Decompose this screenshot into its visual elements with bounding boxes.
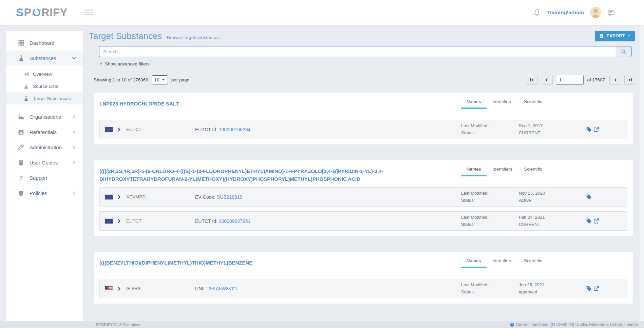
- sidebar-item-label: Administration: [30, 144, 62, 150]
- page-total-label: of 17607: [587, 77, 605, 82]
- external-link-icon[interactable]: [593, 218, 599, 224]
- status-label: Status:: [461, 197, 519, 204]
- chat-icon[interactable]: [607, 9, 615, 16]
- info-icon: [510, 323, 514, 327]
- previous-page-button[interactable]: [541, 75, 553, 85]
- tab-scientific[interactable]: Scientific: [518, 163, 548, 176]
- tag-icon[interactable]: [586, 194, 592, 200]
- tab-names[interactable]: Names: [461, 255, 487, 268]
- logo-text-rest: RIFY: [41, 7, 68, 18]
- sidebar-item-dashboard[interactable]: Dashboard: [6, 35, 83, 51]
- tab-names[interactable]: Names: [461, 163, 487, 176]
- card-tabs: Names Identifiers Scientific: [461, 255, 548, 268]
- card-tabs: Names Identifiers Scientific: [461, 163, 548, 176]
- sidebar-item-support[interactable]: ? Support: [6, 170, 83, 186]
- sidebar-item-user-guides[interactable]: User Guides: [6, 155, 83, 170]
- tag-icon[interactable]: [586, 218, 592, 224]
- source-system-label: EUTCT: [126, 218, 195, 224]
- substance-name-link[interactable]: ((((BENZYLTHIO)(DIPHENYL)METHYL)THIO)MET…: [99, 257, 412, 267]
- chevron-left-icon: [72, 145, 76, 150]
- sidebar-item-label: User Guides: [30, 160, 58, 166]
- wrench-icon: [18, 144, 24, 151]
- tab-identifiers[interactable]: Identifiers: [487, 96, 518, 109]
- row-meta: Last Modified: Status: Sep 1, 2017 CURRE…: [461, 122, 586, 137]
- tab-scientific[interactable]: Scientific: [518, 96, 548, 109]
- identifier-cell: UNII: 25KA5W8VGL: [195, 286, 461, 291]
- sidebar-toggle-button[interactable]: [84, 7, 94, 18]
- page-number-input[interactable]: [556, 75, 584, 85]
- timezone-info: Current Timezone: (UTC+00:00) Dublin, Ed…: [510, 322, 638, 327]
- notifications-bell-icon[interactable]: [533, 9, 541, 16]
- sidebar-item-policies[interactable]: Policies: [6, 186, 83, 201]
- sidebar-item-substances[interactable]: Substances: [6, 51, 83, 66]
- expand-chevron-icon[interactable]: [117, 127, 121, 132]
- sidebar-item-label: Target Substances: [33, 96, 71, 101]
- shield-icon: [18, 190, 24, 196]
- status-value: CURRENT: [519, 221, 586, 228]
- last-modified-value: Nov 25, 2020: [519, 190, 586, 197]
- eu-flag-icon: [105, 219, 113, 224]
- next-page-button[interactable]: [609, 75, 621, 85]
- search-input[interactable]: [99, 46, 616, 57]
- expand-chevron-icon[interactable]: [117, 219, 121, 224]
- substance-card: (((((2R,3S,4R,5R)-5-(6-CHLORO-4-(((S)-1-…: [94, 160, 633, 236]
- chevron-left-icon: [72, 130, 76, 134]
- card-tabs: Names Identifiers Scientific: [461, 96, 548, 109]
- row-actions: [586, 286, 602, 291]
- row-actions: [586, 127, 602, 132]
- sidebar-item-source-lists[interactable]: Source Lists: [6, 80, 83, 92]
- chevron-left-icon: [72, 115, 76, 119]
- identifier-link[interactable]: 300000027951: [219, 218, 250, 224]
- app-version: SPORIFY 21.3 Enterprise: [96, 323, 140, 327]
- identifier-link[interactable]: 25KA5W8VGL: [207, 286, 238, 291]
- external-link-icon[interactable]: [593, 127, 599, 132]
- sidebar-item-administration[interactable]: Administration: [6, 140, 83, 155]
- tag-icon[interactable]: [586, 286, 592, 291]
- factory-icon: [18, 114, 24, 120]
- app-logo: S P RIFY: [16, 7, 68, 18]
- first-page-button[interactable]: [526, 75, 538, 85]
- user-menu[interactable]: Training\admin: [547, 9, 584, 16]
- advanced-filters-toggle[interactable]: Show advanced filters: [99, 61, 150, 66]
- substance-name-link[interactable]: (((((2R,3S,4R,5R)-5-(6-CHLORO-4-(((S)-1-…: [99, 166, 412, 183]
- sidebar-item-overview[interactable]: Overview: [6, 68, 83, 80]
- source-system-label: G-SRS: [126, 286, 195, 291]
- substance-name-link[interactable]: LNP023 HYDROCHLORIDE SALT: [99, 98, 412, 108]
- logo-text-p: P: [24, 7, 32, 18]
- row-meta: Last Modified: Status: Jun 26, 2021 appr…: [461, 282, 586, 296]
- book-icon: [18, 160, 24, 166]
- chevron-left-icon: [72, 191, 76, 195]
- identifier-link[interactable]: 100000166284: [219, 127, 250, 132]
- footer: SPORIFY 21.3 Enterprise Current Timezone…: [0, 321, 644, 328]
- tab-names[interactable]: Names: [461, 96, 487, 109]
- last-modified-label: Last Modified:: [461, 190, 519, 197]
- flask-icon: [18, 55, 24, 61]
- caret-down-icon: [162, 78, 165, 82]
- expand-chevron-icon[interactable]: [117, 195, 121, 199]
- export-button[interactable]: EXPORT: [595, 31, 635, 41]
- tab-identifiers[interactable]: Identifiers: [487, 163, 518, 176]
- row-meta: Last Modified: Status: Feb 24, 2021 CURR…: [461, 214, 586, 228]
- identifier-cell: EUTCT Id: 300000027951: [195, 218, 461, 224]
- external-link-icon[interactable]: [593, 286, 599, 291]
- expand-chevron-icon[interactable]: [117, 286, 121, 291]
- question-icon: ?: [18, 175, 24, 181]
- tab-identifiers[interactable]: Identifiers: [487, 255, 518, 268]
- search-icon: [621, 49, 627, 55]
- status-value: CURRENT: [519, 130, 586, 137]
- sidebar-item-organisations[interactable]: Organisations: [6, 109, 83, 124]
- tab-scientific[interactable]: Scientific: [518, 255, 548, 268]
- source-system-label: EUTCT: [126, 127, 195, 132]
- scrollbar-track[interactable]: [640, 25, 644, 321]
- sidebar-item-target-substances[interactable]: Target Substances: [6, 92, 83, 104]
- sidebar-item-referentials[interactable]: Referentials: [6, 124, 83, 140]
- sidebar-item-label: Organisations: [30, 114, 61, 120]
- identifier-link[interactable]: SUB218819: [217, 194, 243, 200]
- search-button[interactable]: [616, 46, 632, 57]
- tag-icon[interactable]: [586, 127, 592, 132]
- avatar[interactable]: [590, 7, 601, 18]
- identifier-label: EUTCT Id:: [195, 127, 217, 132]
- per-page-select[interactable]: 10: [152, 75, 168, 84]
- last-page-button[interactable]: [624, 75, 636, 85]
- row-actions: [586, 218, 602, 224]
